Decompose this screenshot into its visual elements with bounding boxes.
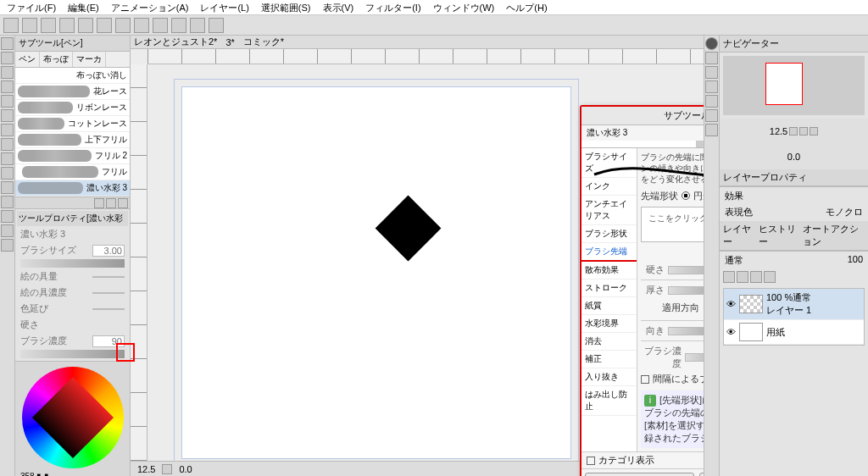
rtool-frame-icon[interactable] <box>705 109 718 122</box>
menu-help[interactable]: ヘルプ(H) <box>506 2 547 13</box>
thickness-slider[interactable] <box>668 286 704 295</box>
direction-slider[interactable] <box>668 327 704 335</box>
menu-select[interactable]: 選択範囲(S) <box>261 2 311 13</box>
tool-deco-icon[interactable] <box>1 152 14 165</box>
rtool-ruler-icon[interactable] <box>705 95 718 108</box>
layer-row[interactable]: 👁 用紙 <box>724 320 864 345</box>
tb-cut-icon[interactable] <box>115 18 131 33</box>
rtool-quick-icon[interactable] <box>705 37 718 50</box>
register-button[interactable]: 全設定を初期設定に登録 <box>699 473 704 476</box>
nav-angle[interactable]: 0.0 <box>787 152 800 162</box>
tb-new-icon[interactable] <box>3 18 19 33</box>
tb-undo-icon[interactable] <box>59 18 75 33</box>
cat-inout[interactable]: 入り抜き <box>581 368 637 386</box>
menu-filter[interactable]: フィルター(I) <box>365 2 420 13</box>
tb-save-icon[interactable] <box>41 18 56 33</box>
tb-ruler-icon[interactable] <box>190 18 205 33</box>
list-item[interactable]: 花レース <box>15 84 130 100</box>
angle-value[interactable]: 0.0 <box>179 464 192 474</box>
tab-cloth[interactable]: 布っぽ <box>40 52 73 67</box>
cat-correct[interactable]: 補正 <box>581 351 637 368</box>
cat-stroke[interactable]: ストローク <box>581 280 637 297</box>
tool-pen-icon[interactable] <box>1 109 14 122</box>
brush-add-icon[interactable] <box>94 198 104 208</box>
opacity-slider[interactable] <box>20 350 125 358</box>
doc-tab-1[interactable]: レオンとジュスト2* <box>134 36 217 48</box>
rtool-material-icon[interactable] <box>705 52 718 64</box>
zoom-out-icon[interactable] <box>789 127 798 136</box>
menu-anim[interactable]: アニメーション(A) <box>111 2 189 13</box>
tb-rotate-icon[interactable] <box>153 18 168 33</box>
tool-lasso-icon[interactable] <box>1 80 14 93</box>
tool-fill-icon[interactable] <box>1 196 14 208</box>
tb-grid-icon[interactable] <box>171 18 186 33</box>
list-item[interactable]: 上下フリル <box>15 132 130 148</box>
tool-magnify-icon[interactable] <box>1 37 14 50</box>
brush-del-icon[interactable] <box>118 198 128 208</box>
list-item[interactable]: フリル 2 <box>15 148 130 164</box>
size-input[interactable]: 3.00 <box>92 245 125 257</box>
hardness-slider[interactable] <box>668 266 704 274</box>
fit-icon[interactable] <box>810 127 818 136</box>
tool-marquee-icon[interactable] <box>1 66 14 79</box>
cat-wcedge[interactable]: 水彩境界 <box>581 315 637 333</box>
cat-erase[interactable]: 消去 <box>581 333 637 351</box>
layerprop-tab[interactable]: レイヤープロパティ <box>723 171 807 184</box>
expr-value[interactable]: モノクロ <box>826 206 863 219</box>
zoom-value[interactable]: 12.5 <box>137 464 155 474</box>
menu-view[interactable]: 表示(V) <box>323 2 354 13</box>
bdensity-slider[interactable] <box>685 353 704 362</box>
tb-zoom-icon[interactable] <box>134 18 149 33</box>
cat-texture[interactable]: 紙質 <box>581 297 637 315</box>
rtool-speech-icon[interactable] <box>705 80 718 93</box>
nav-zoom[interactable]: 12.5 <box>770 126 787 136</box>
doc-tab-2[interactable]: 3* <box>225 37 234 47</box>
eye-icon[interactable]: 👁 <box>726 299 736 309</box>
cat-aa[interactable]: アンチエイリアス <box>581 196 637 225</box>
radio-circle[interactable] <box>682 191 690 200</box>
tool-airbrush-icon[interactable] <box>1 138 14 151</box>
eye-icon[interactable]: 👁 <box>726 327 736 337</box>
layer-folder-icon[interactable] <box>737 271 748 283</box>
tb-snap-icon[interactable] <box>209 18 224 33</box>
navigator[interactable] <box>723 56 865 115</box>
gap-adjust-checkbox[interactable] <box>641 375 649 384</box>
color-wheel[interactable] <box>22 367 124 468</box>
list-item[interactable]: リボンレース <box>15 100 130 116</box>
tb-redo-icon[interactable] <box>78 18 93 33</box>
rtool-3d-icon[interactable] <box>705 124 718 136</box>
list-item[interactable]: フリル <box>15 164 130 180</box>
size-slider[interactable] <box>20 259 125 268</box>
category-show-checkbox[interactable] <box>587 457 595 465</box>
cat-tip[interactable]: ブラシ先端 <box>581 243 637 262</box>
navigator-tab[interactable]: ナビゲーター <box>723 37 779 50</box>
zoom-slider-icon[interactable] <box>162 464 172 474</box>
list-item[interactable]: コットンレース <box>15 116 130 132</box>
paint-density-input[interactable] <box>92 292 125 294</box>
cat-scatter[interactable]: 散布効果 <box>581 262 637 280</box>
tool-shape-icon[interactable] <box>1 224 14 237</box>
tool-move-icon[interactable] <box>1 52 14 64</box>
layer-del-icon[interactable] <box>764 271 776 283</box>
tb-open-icon[interactable] <box>22 18 37 33</box>
tab-pen[interactable]: ペン <box>15 52 40 67</box>
zoom-in-icon[interactable] <box>799 127 808 136</box>
brush-dup-icon[interactable] <box>106 198 116 208</box>
layer-opacity[interactable]: 100 <box>848 254 863 267</box>
doc-tab-3[interactable]: コミック* <box>243 36 284 48</box>
cat-shape[interactable]: ブラシ形状 <box>581 225 637 243</box>
layer-mask-icon[interactable] <box>750 271 762 283</box>
paint-amount-input[interactable] <box>92 276 125 278</box>
color-stretch-input[interactable] <box>92 308 125 310</box>
canvas-paper[interactable] <box>181 86 571 459</box>
tool-wand-icon[interactable] <box>1 95 14 108</box>
menu-window[interactable]: ウィンドウ(W) <box>433 2 495 13</box>
menu-edit[interactable]: 編集(E) <box>68 2 99 13</box>
tool-text-icon[interactable] <box>1 239 14 252</box>
layer-new-icon[interactable] <box>723 271 735 283</box>
blend-mode[interactable]: 通常 <box>725 254 743 267</box>
reset-button[interactable]: 全設定を初期設定に戻す <box>585 473 694 476</box>
tool-brush-icon[interactable] <box>1 124 14 136</box>
brush-eraser[interactable]: 布っぽい消し <box>15 68 130 84</box>
autoaction-tab[interactable]: オートアクション <box>803 223 865 248</box>
